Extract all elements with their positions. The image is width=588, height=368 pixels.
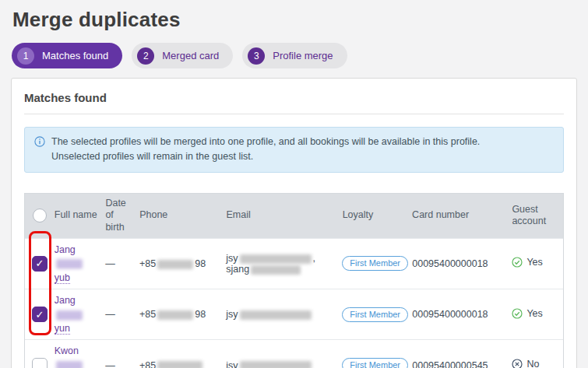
no-icon bbox=[512, 359, 523, 368]
step-number-badge: 2 bbox=[137, 47, 154, 65]
step-profile-merge[interactable]: 3 Profile merge bbox=[242, 43, 347, 68]
loyalty-badge[interactable]: First Member bbox=[342, 256, 408, 271]
guest-name-link[interactable]: Jang yub bbox=[55, 243, 100, 285]
loyalty-badge[interactable]: First Member bbox=[342, 307, 408, 322]
loyalty-badge[interactable]: First Member bbox=[342, 358, 408, 368]
dob-value: — bbox=[105, 356, 139, 368]
divider bbox=[24, 114, 564, 114]
header-guest-account: Guest account bbox=[507, 200, 563, 232]
row-checkbox[interactable] bbox=[32, 358, 48, 368]
card-number-value: 00095400000018 bbox=[412, 254, 507, 273]
matches-table: Full name Date of birth Phone Email Loya… bbox=[24, 193, 564, 368]
row-checkbox[interactable]: ✓ bbox=[32, 307, 48, 322]
step-label: Merged card bbox=[162, 50, 219, 61]
card-number-value: 00095400000545 bbox=[412, 356, 507, 368]
step-label: Profile merge bbox=[273, 50, 333, 61]
yes-icon bbox=[512, 308, 523, 319]
email-value: jsy bbox=[226, 305, 342, 324]
email-value: jsy bbox=[226, 356, 342, 368]
info-text: The selected profiles will be merged int… bbox=[51, 135, 480, 165]
header-loyalty: Loyalty bbox=[343, 205, 412, 226]
row-checkbox[interactable]: ✓ bbox=[32, 256, 48, 272]
step-matches-found[interactable]: 1 Matches found bbox=[12, 43, 122, 68]
step-merged-card[interactable]: 2 Merged card bbox=[132, 43, 233, 68]
table-header-row: Full name Date of birth Phone Email Loya… bbox=[25, 194, 563, 238]
check-icon: ✓ bbox=[35, 258, 44, 268]
info-line-1: The selected profiles will be merged int… bbox=[51, 135, 480, 149]
header-phone: Phone bbox=[139, 205, 226, 226]
phone-value: +85 bbox=[139, 356, 226, 368]
dob-value: — bbox=[105, 254, 139, 273]
step-number-badge: 3 bbox=[248, 47, 265, 65]
header-full-name: Full name bbox=[55, 205, 106, 226]
guest-name-link[interactable]: Jang yun bbox=[55, 293, 100, 335]
guest-account-value: No bbox=[526, 359, 539, 368]
check-icon: ✓ bbox=[35, 310, 44, 320]
wizard-steps: 1 Matches found 2 Merged card 3 Profile … bbox=[12, 43, 577, 68]
info-banner: The selected profiles will be merged int… bbox=[24, 127, 564, 173]
table-row: ✓ Jang yub — +8598 jsy, sjang First Memb… bbox=[25, 238, 563, 289]
matches-found-panel: Matches found The selected profiles will… bbox=[11, 78, 577, 368]
page-title: Merge duplicates bbox=[12, 8, 577, 32]
panel-title: Matches found bbox=[24, 91, 564, 104]
table-row: Kwon — +85 jsy First Member 000954000005… bbox=[25, 339, 563, 368]
merge-duplicates-page: Merge duplicates 1 Matches found 2 Merge… bbox=[0, 0, 588, 368]
step-number-badge: 1 bbox=[17, 47, 34, 65]
email-value: jsy, sjang bbox=[226, 249, 342, 279]
header-email: Email bbox=[227, 205, 343, 226]
info-icon bbox=[34, 136, 45, 150]
dob-value: — bbox=[105, 305, 139, 324]
guest-account-value: Yes bbox=[526, 257, 542, 268]
phone-value: +8598 bbox=[139, 305, 226, 324]
phone-value: +8598 bbox=[139, 254, 226, 273]
header-card-number: Card number bbox=[412, 205, 507, 226]
step-label: Matches found bbox=[42, 50, 108, 61]
info-line-2: Unselected profiles will remain in the g… bbox=[51, 149, 480, 164]
table-row: ✓ Jang yun — +8598 jsy First Member 0009… bbox=[25, 289, 563, 339]
select-all-checkbox[interactable] bbox=[33, 209, 47, 223]
header-dob: Date of birth bbox=[105, 194, 139, 238]
yes-icon bbox=[512, 257, 523, 268]
card-number-value: 00095400000018 bbox=[412, 305, 507, 324]
guest-account-value: Yes bbox=[526, 308, 542, 319]
guest-name-link[interactable]: Kwon bbox=[55, 344, 100, 368]
